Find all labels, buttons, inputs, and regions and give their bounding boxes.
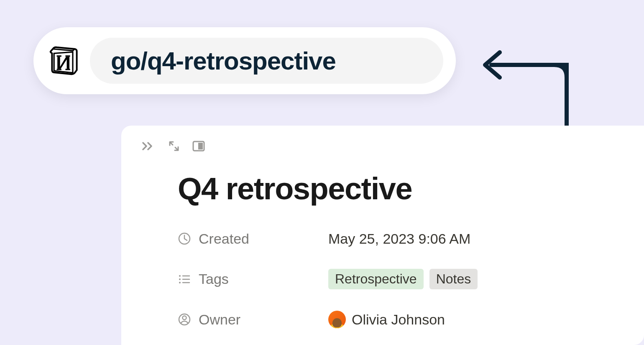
property-tags[interactable]: Tags Retrospective Notes [178,269,623,289]
expand-icon[interactable] [142,141,156,151]
property-value: May 25, 2023 9:06 AM [328,231,470,247]
property-label: Tags [178,271,328,287]
svg-point-5 [179,282,181,283]
resize-icon[interactable] [168,140,180,152]
avatar [328,311,346,328]
notion-page: Q4 retrospective Created May 25, 2023 9:… [121,126,644,345]
page-properties: Created May 25, 2023 9:06 AM Tags [178,229,623,329]
notion-logo-icon [46,44,79,77]
property-label: Owner [178,312,328,328]
peek-mode-icon[interactable] [192,141,205,152]
property-value: Retrospective Notes [328,269,478,289]
tag-retrospective[interactable]: Retrospective [328,269,424,289]
svg-point-3 [179,275,181,277]
property-label: Created [178,231,328,247]
url-input[interactable]: go/q4-retrospective [90,38,443,84]
page-title[interactable]: Q4 retrospective [178,171,623,206]
property-value: Olivia Johnson [328,311,445,328]
clock-icon [178,232,191,245]
svg-rect-1 [198,143,203,149]
list-icon [178,273,191,286]
property-label-text: Tags [199,271,229,287]
owner-name: Olivia Johnson [352,312,445,328]
property-created[interactable]: Created May 25, 2023 9:06 AM [178,229,623,248]
property-label-text: Created [199,231,249,247]
person-icon [178,313,191,326]
svg-point-4 [179,278,181,280]
url-bar: go/q4-retrospective [33,27,456,94]
tag-notes[interactable]: Notes [429,269,478,289]
svg-point-10 [183,316,187,320]
url-text: go/q4-retrospective [111,46,336,75]
property-owner[interactable]: Owner Olivia Johnson [178,310,623,329]
page-toolbar [142,140,623,152]
property-label-text: Owner [199,312,240,328]
